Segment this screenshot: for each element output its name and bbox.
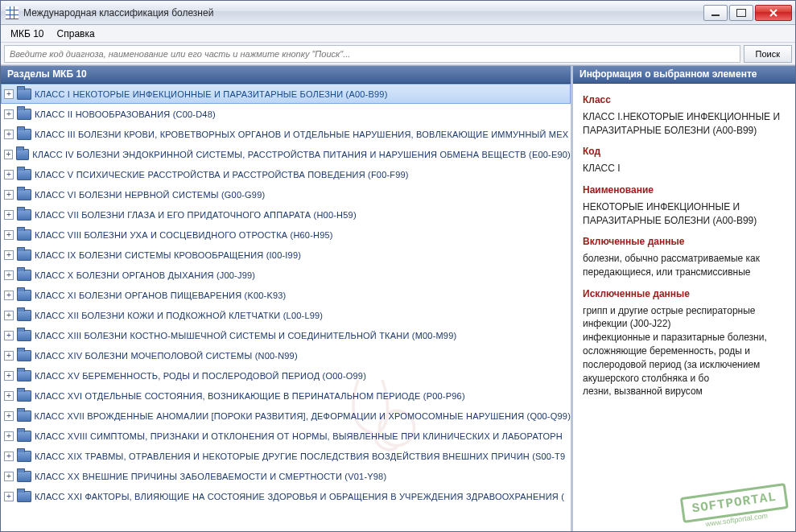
menu-help[interactable]: Справка: [51, 27, 101, 41]
expand-icon[interactable]: +: [4, 371, 14, 381]
tree-row[interactable]: +КЛАСС XII БОЛЕЗНИ КОЖИ И ПОДКОЖНОЙ КЛЕТ…: [1, 305, 571, 325]
expand-icon[interactable]: +: [4, 190, 14, 200]
tree-row[interactable]: +КЛАСС X БОЛЕЗНИ ОРГАНОВ ДЫХАНИЯ (J00-J9…: [1, 265, 571, 285]
tree-label: КЛАСС XXI ФАКТОРЫ, ВЛИЯЮЩИЕ НА СОСТОЯНИЕ…: [35, 492, 564, 501]
expand-icon[interactable]: +: [4, 492, 14, 501]
tree-row[interactable]: +КЛАСС II НОВООБРАЗОВАНИЯ (C00-D48): [1, 104, 571, 124]
tree-row[interactable]: +КЛАСС I НЕКОТОРЫЕ ИНФЕКЦИОННЫЕ И ПАРАЗИ…: [1, 84, 571, 104]
expand-icon[interactable]: +: [4, 311, 14, 320]
tree-label: КЛАСС IV БОЛЕЗНИ ЭНДОКРИННОЙ СИСТЕМЫ, РА…: [32, 150, 571, 159]
content-area: Разделы МКБ 10 +КЛАСС I НЕКОТОРЫЕ ИНФЕКЦ…: [1, 65, 795, 531]
tree-label: КЛАСС XI БОЛЕЗНИ ОРГАНОВ ПИЩЕВАРЕНИЯ (K0…: [35, 291, 286, 300]
window-title: Международная классификация болезней: [23, 7, 702, 19]
folder-icon: [17, 209, 31, 221]
expand-icon[interactable]: +: [4, 270, 14, 280]
folder-icon: [17, 189, 31, 200]
tree-label: КЛАСС XVIII СИМПТОМЫ, ПРИЗНАКИ И ОТКЛОНЕ…: [35, 431, 563, 441]
tree-row[interactable]: +КЛАСС XVI ОТДЕЛЬНЫЕ СОСТОЯНИЯ, ВОЗНИКАЮ…: [1, 386, 571, 406]
expand-icon[interactable]: +: [4, 210, 14, 220]
folder-icon: [17, 310, 31, 321]
class-value: КЛАСС I.НЕКОТОРЫЕ ИНФЕКЦИОННЫЕ И ПАРАЗИТ…: [583, 110, 786, 138]
close-button[interactable]: [755, 5, 792, 21]
tree-row[interactable]: +КЛАСС XXI ФАКТОРЫ, ВЛИЯЮЩИЕ НА СОСТОЯНИ…: [1, 486, 571, 506]
expand-icon[interactable]: +: [4, 250, 14, 260]
tree-row[interactable]: +КЛАСС VI БОЛЕЗНИ НЕРВНОЙ СИСТЕМЫ (G00-G…: [1, 184, 571, 204]
maximize-button[interactable]: [729, 5, 753, 21]
search-button[interactable]: Поиск: [744, 45, 792, 63]
expand-icon[interactable]: +: [4, 89, 14, 99]
menu-mkb10[interactable]: МКБ 10: [4, 27, 51, 41]
expand-icon[interactable]: +: [4, 150, 13, 159]
tree-row[interactable]: +КЛАСС III БОЛЕЗНИ КРОВИ, КРОВЕТВОРНЫХ О…: [1, 124, 571, 144]
folder-icon: [17, 350, 31, 361]
expand-icon[interactable]: +: [4, 472, 14, 481]
tree-label: КЛАСС XIII БОЛЕЗНИ КОСТНО-МЫШЕЧНОЙ СИСТЕ…: [35, 331, 456, 340]
expand-icon[interactable]: +: [4, 331, 14, 340]
folder-icon: [17, 410, 31, 422]
folder-icon: [17, 129, 31, 140]
excluded-value: грипп и другие острые респираторные инфе…: [583, 304, 786, 399]
tree-label: КЛАСС VI БОЛЕЗНИ НЕРВНОЙ СИСТЕМЫ (G00-G9…: [35, 190, 265, 200]
expand-icon[interactable]: +: [4, 411, 14, 421]
folder-icon: [17, 250, 31, 261]
tree-row[interactable]: +КЛАСС IX БОЛЕЗНИ СИСТЕМЫ КРОВООБРАЩЕНИЯ…: [1, 245, 571, 265]
tree-label: КЛАСС XVI ОТДЕЛЬНЫЕ СОСТОЯНИЯ, ВОЗНИКАЮЩ…: [35, 391, 465, 401]
tree-label: КЛАСС XVII ВРОЖДЕННЫЕ АНОМАЛИИ [ПОРОКИ Р…: [35, 411, 571, 421]
tree-label: КЛАСС XIX ТРАВМЫ, ОТРАВЛЕНИЯ И НЕКОТОРЫЕ…: [35, 452, 565, 461]
folder-icon: [17, 491, 31, 502]
expand-icon[interactable]: +: [4, 130, 14, 139]
folder-icon: [17, 169, 31, 180]
expand-icon[interactable]: +: [4, 291, 14, 300]
tree-label: КЛАСС XII БОЛЕЗНИ КОЖИ И ПОДКОЖНОЙ КЛЕТЧ…: [35, 311, 323, 320]
tree-row[interactable]: +КЛАСС XIV БОЛЕЗНИ МОЧЕПОЛОВОЙ СИСТЕМЫ (…: [1, 345, 571, 365]
menubar: МКБ 10 Справка: [1, 25, 795, 43]
expand-icon[interactable]: +: [4, 230, 14, 240]
tree-row[interactable]: +КЛАСС XI БОЛЕЗНИ ОРГАНОВ ПИЩЕВАРЕНИЯ (K…: [1, 285, 571, 305]
info-header: Информация о выбранном элементе: [573, 66, 795, 84]
tree-label: КЛАСС XX ВНЕШНИЕ ПРИЧИНЫ ЗАБОЛЕВАЕМОСТИ …: [35, 472, 386, 481]
expand-icon[interactable]: +: [4, 452, 14, 461]
tree-row[interactable]: +КЛАСС XIII БОЛЕЗНИ КОСТНО-МЫШЕЧНОЙ СИСТ…: [1, 325, 571, 345]
tree-row[interactable]: +КЛАСС V ПСИХИЧЕСКИЕ РАССТРОЙСТВА И РАСС…: [1, 164, 571, 184]
tree-pane: Разделы МКБ 10 +КЛАСС I НЕКОТОРЫЕ ИНФЕКЦ…: [1, 66, 573, 531]
tree-row[interactable]: +КЛАСС VIII БОЛЕЗНИ УХА И СОСЦЕВИДНОГО О…: [1, 225, 571, 245]
tree-row[interactable]: +КЛАСС IV БОЛЕЗНИ ЭНДОКРИННОЙ СИСТЕМЫ, Р…: [1, 144, 571, 164]
folder-icon: [17, 229, 31, 241]
tree-row[interactable]: +КЛАСС VII БОЛЕЗНИ ГЛАЗА И ЕГО ПРИДАТОЧН…: [1, 204, 571, 225]
name-label: Наименование: [583, 184, 786, 197]
tree-row[interactable]: +КЛАСС XVII ВРОЖДЕННЫЕ АНОМАЛИИ [ПОРОКИ …: [1, 406, 571, 426]
info-pane: Информация о выбранном элементе Класс КЛ…: [573, 66, 795, 531]
tree-row[interactable]: +КЛАСС XX ВНЕШНИЕ ПРИЧИНЫ ЗАБОЛЕВАЕМОСТИ…: [1, 466, 571, 486]
minimize-button[interactable]: [703, 5, 728, 21]
expand-icon[interactable]: +: [4, 109, 14, 119]
folder-icon: [17, 370, 31, 381]
window-controls: [702, 5, 792, 21]
expand-icon[interactable]: +: [4, 391, 14, 401]
code-label: Код: [583, 145, 786, 159]
tree-label: КЛАСС XIV БОЛЕЗНИ МОЧЕПОЛОВОЙ СИСТЕМЫ (N…: [35, 351, 298, 361]
folder-icon: [17, 471, 31, 482]
tree-label: КЛАСС X БОЛЕЗНИ ОРГАНОВ ДЫХАНИЯ (J00-J99…: [35, 270, 255, 280]
info-body: Класс КЛАСС I.НЕКОТОРЫЕ ИНФЕКЦИОННЫЕ И П…: [573, 84, 795, 531]
tree-label: КЛАСС VIII БОЛЕЗНИ УХА И СОСЦЕВИДНОГО ОТ…: [35, 230, 333, 240]
code-value: КЛАСС I: [583, 162, 786, 175]
expand-icon[interactable]: +: [4, 431, 14, 441]
folder-icon: [17, 330, 31, 341]
tree-label: КЛАСС VII БОЛЕЗНИ ГЛАЗА И ЕГО ПРИДАТОЧНО…: [35, 210, 357, 220]
tree-header: Разделы МКБ 10: [1, 66, 571, 84]
tree[interactable]: +КЛАСС I НЕКОТОРЫЕ ИНФЕКЦИОННЫЕ И ПАРАЗИ…: [1, 84, 571, 531]
name-value: НЕКОТОРЫЕ ИНФЕКЦИОННЫЕ И ПАРАЗИТАРНЫЕ БО…: [583, 200, 786, 228]
searchbar: Поиск: [1, 43, 795, 65]
folder-icon: [17, 431, 31, 442]
folder-icon: [17, 89, 31, 100]
expand-icon[interactable]: +: [4, 170, 14, 179]
titlebar[interactable]: Международная классификация болезней: [1, 1, 795, 25]
tree-row[interactable]: +КЛАСС XV БЕРЕМЕННОСТЬ, РОДЫ И ПОСЛЕРОДО…: [1, 365, 571, 386]
included-value: болезни, обычно рассматриваемые как пере…: [583, 252, 786, 279]
tree-row[interactable]: +КЛАСС XIX ТРАВМЫ, ОТРАВЛЕНИЯ И НЕКОТОРЫ…: [1, 446, 571, 466]
excluded-label: Исключенные данные: [583, 287, 786, 301]
expand-icon[interactable]: +: [4, 351, 14, 361]
tree-row[interactable]: +КЛАСС XVIII СИМПТОМЫ, ПРИЗНАКИ И ОТКЛОН…: [1, 426, 571, 446]
search-input[interactable]: [4, 45, 740, 63]
tree-label: КЛАСС I НЕКОТОРЫЕ ИНФЕКЦИОННЫЕ И ПАРАЗИТ…: [35, 89, 388, 99]
